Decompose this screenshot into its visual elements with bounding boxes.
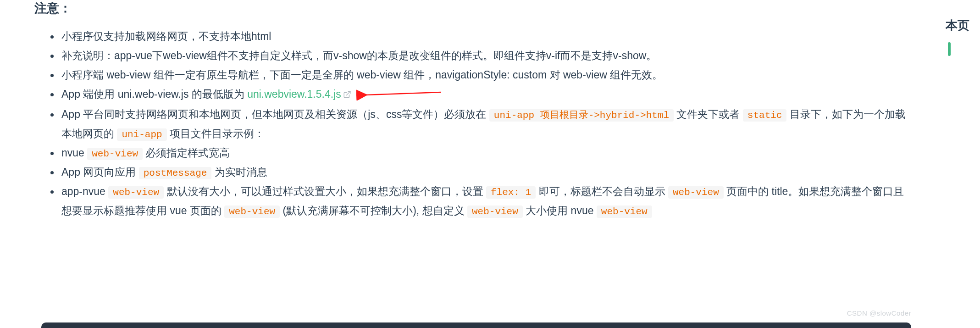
text: 为实时消息 bbox=[211, 166, 267, 178]
code-static: static bbox=[743, 109, 787, 122]
watermark-text: CSDN @slowCoder bbox=[847, 309, 911, 317]
code-postmessage: postMessage bbox=[139, 167, 212, 179]
list-item: App 端使用 uni.web-view.js 的最低版为 uni.webvie… bbox=[60, 84, 911, 105]
page-root: 注意： 小程序仅支持加载网络网页，不支持本地html 补充说明：app-vue下… bbox=[0, 0, 980, 328]
list-item: 小程序仅支持加载网络网页，不支持本地html bbox=[60, 27, 911, 46]
notes-list: 小程序仅支持加载网络网页，不支持本地html 补充说明：app-vue下web-… bbox=[34, 27, 911, 220]
code-block-top bbox=[41, 322, 911, 328]
text: 即可，标题栏不会自动显示 bbox=[536, 185, 668, 197]
text: 小程序仅支持加载网络网页，不支持本地html bbox=[61, 30, 271, 42]
text: app-nvue bbox=[61, 185, 108, 197]
external-link-icon bbox=[343, 85, 351, 105]
uni-webview-link[interactable]: uni.webview.1.5.4.js bbox=[247, 88, 351, 100]
text: (默认充满屏幕不可控制大小), 想自定义 bbox=[280, 205, 467, 217]
text: App 平台同时支持网络网页和本地网页，但本地网页及相关资源（js、css等文件… bbox=[61, 108, 489, 120]
text: 大小使用 nvue bbox=[523, 205, 597, 217]
text: nvue bbox=[61, 147, 87, 159]
text: 文件夹下或者 bbox=[674, 108, 743, 120]
code-webview: web-view bbox=[597, 206, 652, 218]
list-item: nvue web-view 必须指定样式宽高 bbox=[60, 143, 911, 162]
list-item: App 网页向应用 postMessage 为实时消息 bbox=[60, 162, 911, 182]
code-uniapp: uni-app bbox=[117, 128, 166, 141]
text: App 端使用 uni.web-view.js 的最低版为 bbox=[61, 88, 247, 100]
list-item: App 平台同时支持网络网页和本地网页，但本地网页及相关资源（js、css等文件… bbox=[60, 105, 911, 143]
code-webview: web-view bbox=[224, 206, 280, 218]
list-item: 补充说明：app-vue下web-view组件不支持自定义样式，而v-show的… bbox=[60, 46, 911, 65]
list-item: app-nvue web-view 默认没有大小，可以通过样式设置大小，如果想充… bbox=[60, 182, 911, 220]
code-webview: web-view bbox=[467, 206, 523, 218]
text: 补充说明：app-vue下web-view组件不支持自定义样式，而v-show的… bbox=[61, 50, 657, 61]
code-path: uni-app 项目根目录->hybrid->html bbox=[489, 109, 674, 122]
code-webview: web-view bbox=[87, 148, 143, 160]
section-heading: 注意： bbox=[34, 0, 911, 17]
code-webview: web-view bbox=[108, 186, 164, 199]
doc-content: 注意： 小程序仅支持加载网络网页，不支持本地html 补充说明：app-vue下… bbox=[34, 0, 911, 220]
toc-active-indicator bbox=[948, 42, 951, 56]
text: App 网页向应用 bbox=[61, 166, 139, 178]
text: 小程序端 web-view 组件一定有原生导航栏，下面一定是全屏的 web-vi… bbox=[61, 69, 663, 81]
right-sidebar-fragment: 本页 bbox=[939, 0, 980, 328]
toc-heading: 本页 bbox=[946, 17, 969, 33]
text: 默认没有大小，可以通过样式设置大小，如果想充满整个窗口，设置 bbox=[164, 185, 486, 197]
list-item: 小程序端 web-view 组件一定有原生导航栏，下面一定是全屏的 web-vi… bbox=[60, 65, 911, 84]
text: 项目文件目录示例： bbox=[167, 128, 265, 139]
svg-line-0 bbox=[346, 91, 350, 95]
text: 必须指定样式宽高 bbox=[143, 147, 230, 159]
code-flex1: flex: 1 bbox=[486, 186, 536, 199]
code-webview: web-view bbox=[668, 186, 724, 199]
